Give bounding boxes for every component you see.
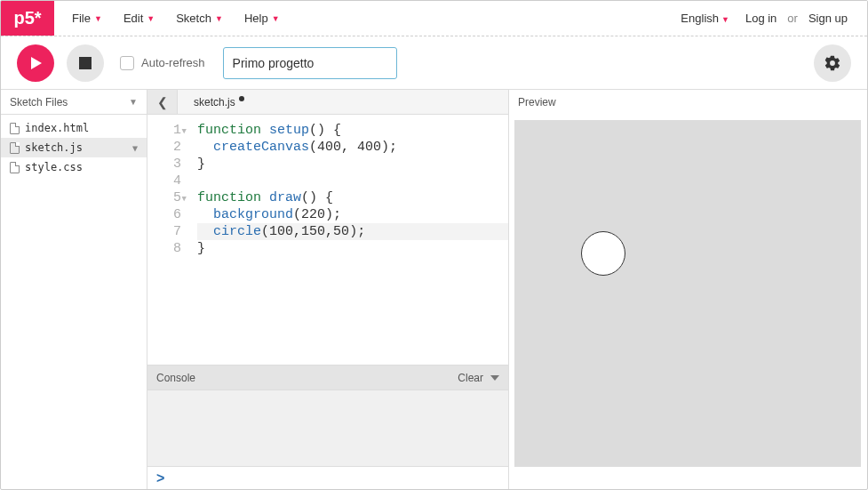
menu-help[interactable]: Help▼: [235, 6, 289, 30]
fold-icon[interactable]: ▼: [182, 191, 187, 208]
file-icon: [10, 162, 20, 173]
menu-help-label: Help: [244, 12, 268, 25]
caret-down-icon: ▼: [94, 14, 102, 23]
menu-sketch[interactable]: Sketch▼: [167, 6, 232, 30]
file-list: index.htmlsketch.js▼style.css: [1, 115, 147, 181]
chevron-left-icon: ❮: [157, 95, 168, 109]
code-line[interactable]: function draw() {: [197, 189, 508, 206]
settings-button[interactable]: [814, 44, 851, 82]
file-name: sketch.js: [25, 141, 83, 154]
auto-refresh-toggle[interactable]: Auto-refresh: [120, 56, 205, 70]
line-number: 6: [147, 206, 181, 223]
tab-filename: sketch.js: [194, 96, 235, 108]
menubar-right: English▼ Log in or Sign up: [675, 1, 867, 36]
main-area: Sketch Files ▼ index.htmlsketch.js▼style…: [1, 90, 867, 489]
canvas-wrapper: [509, 115, 867, 489]
toolbar: Auto-refresh: [1, 36, 867, 90]
menu-file[interactable]: File▼: [63, 6, 111, 30]
line-number: 8: [147, 240, 181, 257]
console-prompt-icon: >: [156, 470, 164, 486]
code-line[interactable]: createCanvas(400, 400);: [197, 139, 508, 156]
file-icon: [10, 123, 20, 134]
file-item[interactable]: style.css: [1, 157, 147, 177]
preview-column: Preview: [509, 90, 867, 489]
or-separator: or: [787, 12, 798, 25]
project-name-input[interactable]: [223, 47, 397, 79]
caret-down-icon: ▼: [147, 14, 155, 23]
login-link[interactable]: Log in: [740, 8, 782, 28]
console-input[interactable]: >: [147, 466, 508, 489]
play-button[interactable]: [17, 44, 54, 82]
file-name: style.css: [25, 161, 83, 173]
chevron-down-icon[interactable]: [490, 375, 499, 381]
caret-down-icon: ▼: [721, 15, 729, 24]
file-item[interactable]: index.html: [1, 118, 147, 138]
console-clear-button[interactable]: Clear: [458, 372, 483, 384]
preview-circle: [581, 231, 625, 276]
signup-link[interactable]: Sign up: [803, 8, 853, 28]
line-number: 5▼: [147, 189, 181, 206]
code-line[interactable]: circle(100,150,50);: [197, 223, 508, 240]
line-gutter: 1▼2345▼678: [147, 122, 188, 365]
code-line[interactable]: function setup() {: [197, 122, 508, 139]
auto-refresh-checkbox[interactable]: [120, 56, 134, 70]
gear-icon: [824, 54, 841, 72]
console: Console Clear >: [147, 365, 508, 489]
active-tab[interactable]: sketch.js: [178, 90, 260, 114]
console-title: Console: [156, 372, 195, 384]
editor-column: ❮ sketch.js 1▼2345▼678 function setup() …: [147, 90, 509, 489]
caret-down-icon: ▼: [215, 14, 223, 23]
menu-items: File▼ Edit▼ Sketch▼ Help▼: [54, 1, 675, 36]
code-content[interactable]: function setup() { createCanvas(400, 400…: [188, 122, 508, 365]
code-editor[interactable]: 1▼2345▼678 function setup() { createCanv…: [147, 115, 508, 365]
fold-icon[interactable]: ▼: [182, 124, 187, 141]
console-header: Console Clear: [147, 365, 508, 390]
sidebar: Sketch Files ▼ index.htmlsketch.js▼style…: [1, 90, 147, 489]
code-line[interactable]: }: [197, 240, 508, 257]
console-body: [147, 390, 508, 466]
menu-edit-label: Edit: [123, 12, 143, 25]
code-line[interactable]: [197, 173, 508, 189]
code-line[interactable]: }: [197, 156, 508, 173]
sidebar-title: Sketch Files: [10, 96, 68, 108]
modified-indicator-icon: [239, 96, 244, 101]
play-icon: [28, 56, 43, 70]
menu-edit[interactable]: Edit▼: [115, 6, 163, 30]
stop-button[interactable]: [67, 44, 104, 82]
preview-title: Preview: [518, 96, 556, 108]
collapse-sidebar-button[interactable]: ❮: [147, 90, 178, 114]
logo[interactable]: p5*: [1, 1, 54, 36]
line-number: 4: [147, 173, 181, 189]
file-name: index.html: [25, 122, 89, 134]
file-item[interactable]: sketch.js▼: [1, 138, 147, 157]
menu-file-label: File: [72, 12, 91, 25]
menubar: p5* File▼ Edit▼ Sketch▼ Help▼ English▼ L…: [1, 1, 867, 36]
preview-canvas: [514, 120, 861, 467]
caret-down-icon[interactable]: ▼: [132, 143, 138, 153]
file-icon: [10, 142, 20, 154]
preview-header: Preview: [509, 90, 867, 115]
caret-down-icon: ▼: [129, 97, 138, 107]
line-number: 7: [147, 223, 181, 240]
line-number: 2: [147, 139, 181, 156]
line-number: 3: [147, 156, 181, 173]
tabbar: ❮ sketch.js: [147, 90, 508, 115]
svg-marker-0: [31, 57, 42, 69]
line-number: 1▼: [147, 122, 181, 139]
sidebar-header[interactable]: Sketch Files ▼: [1, 90, 147, 115]
caret-down-icon: ▼: [272, 14, 280, 23]
language-selector[interactable]: English▼: [675, 8, 735, 28]
auto-refresh-label: Auto-refresh: [141, 56, 205, 69]
stop-icon: [79, 57, 92, 69]
code-line[interactable]: background(220);: [197, 206, 508, 223]
menu-sketch-label: Sketch: [176, 12, 211, 25]
language-label: English: [681, 12, 719, 25]
